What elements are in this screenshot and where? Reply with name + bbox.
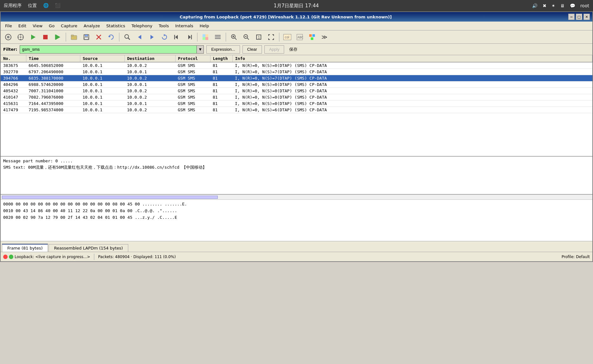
toolbar-zoom-in-btn[interactable] — [228, 32, 240, 42]
menu-analyze[interactable]: Analyze — [81, 23, 103, 29]
toolbar-first-btn[interactable] — [171, 32, 183, 42]
toolbar-goto-btn[interactable] — [159, 32, 170, 42]
globe-icon[interactable]: 🌐 — [43, 3, 49, 9]
terminal-icon[interactable]: ⬛ — [55, 3, 60, 9]
toolbar-more-btn[interactable]: ≫ — [319, 32, 330, 42]
cell-source: 10.0.0.1 — [80, 107, 124, 113]
cell-source: 10.0.0.1 — [80, 81, 124, 88]
table-row[interactable]: 410147 7082.796076000 10.0.0.1 10.0.0.2 … — [1, 94, 592, 101]
volume-icon[interactable]: 🔊 — [532, 3, 537, 8]
toolbar-start-btn[interactable] — [27, 32, 39, 42]
toolbar-colorize-btn[interactable] — [200, 32, 211, 42]
capture-indicator — [3, 255, 8, 259]
toolbar-prev-btn[interactable] — [134, 32, 145, 42]
svg-marker-47 — [268, 38, 270, 40]
col-header-protocol[interactable]: Protocol — [175, 55, 210, 62]
expression-button[interactable]: Expression... — [206, 45, 240, 54]
table-row[interactable]: 404296 6988.574620000 10.0.0.1 10.0.0.1 … — [1, 81, 592, 88]
cell-source: 10.0.0.1 — [80, 62, 124, 69]
cell-no: 405432 — [1, 88, 26, 94]
filter-input[interactable] — [20, 45, 197, 54]
col-header-info[interactable]: Info — [232, 55, 592, 62]
svg-rect-34 — [215, 36, 221, 37]
menu-statistics[interactable]: Statistics — [103, 23, 128, 29]
table-row[interactable]: 383675 6645.506852000 10.0.0.1 10.0.0.2 … — [1, 62, 592, 69]
table-row[interactable]: 394766 6835.388170000 10.0.0.1 10.0.0.2 … — [1, 75, 592, 81]
cell-time: 6988.574620000 — [26, 81, 80, 88]
toolbar-save-btn[interactable] — [81, 32, 92, 42]
filter-dropdown-button[interactable]: ▼ — [197, 45, 204, 54]
toolbar-find-btn[interactable] — [122, 32, 133, 42]
table-row[interactable]: 405432 7007.311041000 10.0.0.1 10.0.0.2 … — [1, 88, 592, 94]
apps-menu[interactable]: 应用程序 — [4, 3, 22, 9]
cell-no: 392770 — [1, 69, 26, 75]
toolbar-separator-3 — [197, 33, 197, 42]
toolbar-options-btn[interactable] — [15, 32, 26, 42]
toolbar-fit-btn[interactable] — [265, 32, 277, 42]
col-header-source[interactable]: Source — [80, 55, 124, 62]
toolbar-last-btn[interactable] — [183, 32, 195, 42]
toolbar-autoscroll-btn[interactable] — [212, 32, 223, 42]
toolbar-next-btn[interactable] — [146, 32, 158, 42]
table-row[interactable]: 415631 7164.447395000 10.0.0.1 10.0.0.1 … — [1, 101, 592, 107]
hex-scrollbar[interactable] — [2, 196, 218, 199]
cell-proto: GSM SMS — [175, 69, 210, 75]
table-row[interactable]: 392770 6797.206490000 10.0.0.1 10.0.0.1 … — [1, 69, 592, 75]
menu-tools[interactable]: Tools — [156, 23, 172, 29]
menu-go[interactable]: Go — [46, 23, 58, 29]
close-button[interactable]: ✕ — [583, 14, 590, 20]
table-row[interactable]: 417479 7195.985374000 10.0.0.1 10.0.0.2 … — [1, 107, 592, 113]
cell-dest: 10.0.0.2 — [124, 88, 175, 94]
toolbar-interfaces-btn[interactable] — [3, 32, 14, 42]
toolbar-close-btn[interactable] — [93, 32, 104, 42]
toolbar-zoom-out-btn[interactable] — [241, 32, 252, 42]
cell-info: I, N(R)=0, N(S)=0(DTAP) (SMS) CP-DATA — [232, 62, 592, 69]
cell-dest: 10.0.0.2 — [124, 94, 175, 101]
toolbar-coloring-btn[interactable] — [306, 32, 318, 42]
cell-no: 394766 — [1, 75, 26, 81]
col-header-no[interactable]: No. — [1, 55, 26, 62]
bottom-tabs: Frame (81 bytes) Reassembled LAPDm (154 … — [1, 241, 592, 252]
cell-dest: 10.0.0.2 — [124, 107, 175, 113]
apply-button[interactable]: Apply — [264, 45, 284, 54]
col-header-length[interactable]: Length — [210, 55, 232, 62]
svg-marker-45 — [268, 34, 270, 36]
tab-frame[interactable]: Frame (81 bytes) — [2, 244, 48, 252]
cell-time: 7082.796076000 — [26, 94, 80, 101]
svg-point-3 — [20, 36, 21, 38]
svg-line-39 — [235, 38, 237, 40]
col-header-time[interactable]: Time — [26, 55, 80, 62]
save-button[interactable]: 保存 — [289, 47, 297, 52]
menu-telephony[interactable]: Telephony — [128, 23, 156, 29]
menu-capture[interactable]: Capture — [58, 23, 81, 29]
maximize-button[interactable]: □ — [576, 14, 582, 20]
display-icon[interactable]: 🖥 — [560, 3, 565, 8]
svg-line-21 — [128, 38, 130, 40]
toolbar-separator-4 — [226, 33, 226, 42]
hex-line: 0000 00 00 00 00 00 00 00 00 00 00 00 00… — [3, 201, 590, 208]
col-header-destination[interactable]: Destination — [124, 55, 175, 62]
minimize-button[interactable]: − — [568, 14, 575, 20]
toolbar-decode-btn[interactable]: ABC — [294, 32, 305, 42]
menu-view[interactable]: View — [30, 23, 46, 29]
menu-edit[interactable]: Edit — [15, 23, 30, 29]
table-header-row: No. Time Source Destination Protocol Len… — [1, 55, 592, 62]
toolbar-reload-btn[interactable] — [105, 32, 117, 42]
toolbar-colorize2-btn[interactable]: col — [282, 32, 293, 42]
location-menu[interactable]: 位置 — [28, 3, 37, 9]
packet-table: No. Time Source Destination Protocol Len… — [1, 55, 592, 113]
toolbar-restart-btn[interactable] — [52, 32, 63, 42]
cell-source: 10.0.0.1 — [80, 75, 124, 81]
toolbar-normal-size-btn[interactable]: 1 — [253, 32, 264, 42]
toolbar-stop-btn[interactable] — [40, 32, 51, 42]
cell-no: 415631 — [1, 101, 26, 107]
menu-help[interactable]: Help — [197, 23, 212, 29]
menu-file[interactable]: File — [2, 23, 15, 29]
svg-marker-23 — [150, 35, 154, 39]
tab-reassembled[interactable]: Reassembled LAPDm (154 bytes) — [49, 244, 128, 252]
clear-button[interactable]: Clear — [243, 45, 262, 54]
menu-internals[interactable]: Internals — [172, 23, 197, 29]
cell-time: 6645.506852000 — [26, 62, 80, 69]
toolbar-open-btn[interactable] — [68, 32, 80, 42]
cell-no: 410147 — [1, 94, 26, 101]
